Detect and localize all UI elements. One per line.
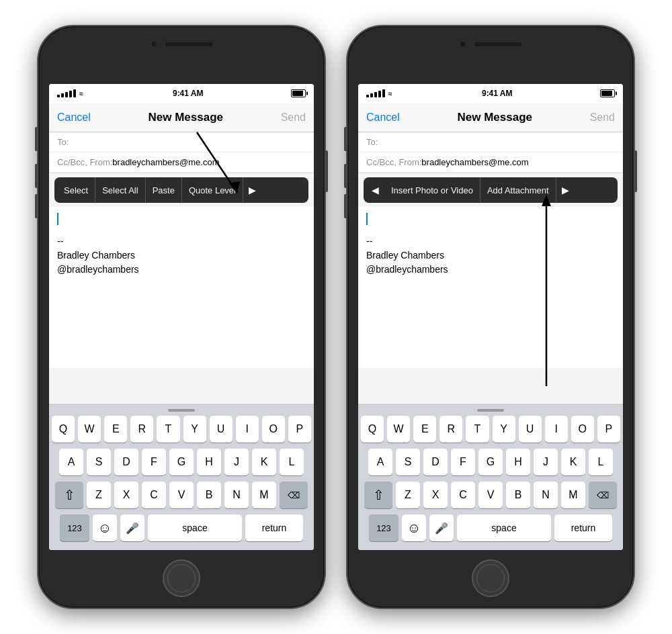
key-t[interactable]: T [157,416,179,443]
key-s-2[interactable]: S [396,449,420,476]
key-i-2[interactable]: I [545,416,568,443]
key-t-2[interactable]: T [466,416,489,443]
to-row-2[interactable]: To: [358,132,623,152]
key-s[interactable]: S [87,449,111,476]
key-g[interactable]: G [169,449,194,476]
key-space-1[interactable]: space [148,514,242,541]
select-all-button[interactable]: Select All [95,177,145,203]
key-z[interactable]: Z [87,482,111,508]
key-return-2[interactable]: return [554,514,612,541]
key-numbers-1[interactable]: 123 [60,514,89,541]
key-f-2[interactable]: F [451,449,475,476]
kb-divider-2 [477,409,504,412]
kb-row1-2: Q W E R T Y U I O P [361,416,620,443]
key-m-2[interactable]: M [561,482,585,508]
key-g-2[interactable]: G [478,449,503,476]
status-bar-1: ≈ 9:41 AM [49,84,314,103]
insert-photo-button[interactable]: Insert Photo or Video [384,177,480,203]
key-e[interactable]: E [104,416,127,443]
phone-2: ≈ 9:41 AM Cancel New Message Send To: Cc… [346,25,635,609]
key-r-2[interactable]: R [439,416,462,443]
quote-level-button[interactable]: Quote Level [182,177,243,203]
key-delete-2[interactable]: ⌫ [589,482,617,508]
key-y-2[interactable]: Y [493,416,515,443]
key-w-2[interactable]: W [387,416,410,443]
key-w[interactable]: W [78,416,101,443]
key-a-2[interactable]: A [368,449,392,476]
key-return-1[interactable]: return [245,514,303,541]
cancel-button-2[interactable]: Cancel [366,111,400,124]
key-c[interactable]: C [142,482,166,508]
key-shift-2[interactable]: ⇧ [364,482,392,508]
key-h[interactable]: H [197,449,221,476]
key-x[interactable]: X [114,482,138,508]
key-space-2[interactable]: space [457,514,551,541]
key-r[interactable]: R [130,416,153,443]
key-d-2[interactable]: D [423,449,448,476]
key-h-2[interactable]: H [506,449,530,476]
home-button-1[interactable] [163,559,200,597]
key-b[interactable]: B [197,482,221,508]
key-p-2[interactable]: P [597,416,620,443]
status-bar-2: ≈ 9:41 AM [358,84,623,103]
key-u[interactable]: U [210,416,233,443]
key-mic-1[interactable]: 🎤 [120,514,144,541]
key-emoji-2[interactable]: ☺ [402,514,426,541]
home-button-2[interactable] [472,559,509,597]
key-n-2[interactable]: N [534,482,558,508]
key-i[interactable]: I [236,416,259,443]
kb-row4-1: 123 ☺ 🎤 space return [52,514,311,541]
cc-row-2[interactable]: Cc/Bcc, From: bradleychambers@me.com [358,152,623,173]
key-d[interactable]: D [114,449,138,476]
phone-1: ≈ 9:41 AM Cancel New Message Send To: Cc… [37,25,326,609]
key-m[interactable]: M [252,482,276,508]
signature-2: -- Bradley Chambers @bradleychambers [366,234,615,277]
key-u-2[interactable]: U [519,416,542,443]
key-l[interactable]: L [280,449,304,476]
key-a[interactable]: A [59,449,83,476]
key-c-2[interactable]: C [451,482,475,508]
message-body-1[interactable]: -- Bradley Chambers @bradleychambers [49,207,314,368]
send-button-2[interactable]: Send [590,111,615,124]
key-v[interactable]: V [169,482,194,508]
context-menu-2: ◀ Insert Photo or Video Add Attachment ▶ [364,177,618,203]
arrow-left-2[interactable]: ◀ [366,185,384,195]
key-o[interactable]: O [262,416,285,443]
key-k-2[interactable]: K [561,449,585,476]
key-l-2[interactable]: L [589,449,613,476]
key-mic-2[interactable]: 🎤 [429,514,454,541]
key-j-2[interactable]: J [534,449,558,476]
key-v-2[interactable]: V [478,482,503,508]
cancel-button-1[interactable]: Cancel [57,111,91,124]
key-q[interactable]: Q [52,416,75,443]
select-button[interactable]: Select [57,177,95,203]
add-attachment-button[interactable]: Add Attachment [480,177,556,203]
key-o-2[interactable]: O [571,416,594,443]
key-b-2[interactable]: B [506,482,530,508]
key-j[interactable]: J [224,449,249,476]
send-button-1[interactable]: Send [281,111,306,124]
arrow-right-1[interactable]: ▶ [243,185,261,195]
key-delete[interactable]: ⌫ [280,482,308,508]
key-f[interactable]: F [142,449,166,476]
message-body-2[interactable]: -- Bradley Chambers @bradleychambers [358,207,623,368]
to-row-1[interactable]: To: [49,132,314,152]
key-p[interactable]: P [288,416,311,443]
key-k[interactable]: K [252,449,276,476]
key-z-2[interactable]: Z [396,482,420,508]
key-numbers-2[interactable]: 123 [369,514,398,541]
cc-row-1[interactable]: Cc/Bcc, From: bradleychambers@me.com [49,152,314,173]
speaker-1 [165,42,212,46]
key-q-2[interactable]: Q [361,416,384,443]
speaker-2 [474,42,521,46]
kb-row3-2: ⇧ Z X C V B N M ⌫ [361,482,620,508]
time-2: 9:41 AM [482,89,513,98]
key-x-2[interactable]: X [423,482,448,508]
key-n[interactable]: N [224,482,249,508]
key-shift[interactable]: ⇧ [55,482,83,508]
key-emoji-1[interactable]: ☺ [93,514,117,541]
key-y[interactable]: Y [183,416,206,443]
key-e-2[interactable]: E [413,416,436,443]
arrow-right-2[interactable]: ▶ [556,185,575,195]
paste-button[interactable]: Paste [146,177,182,203]
